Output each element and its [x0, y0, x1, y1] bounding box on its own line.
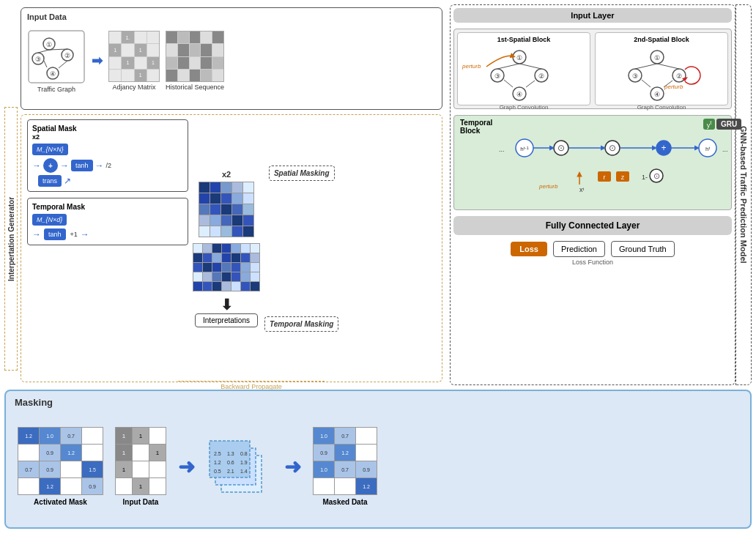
heatmap-center: x2: [193, 119, 260, 377]
svg-line-24: [526, 81, 535, 87]
stacked-matrix-wrap: 2.5 1.3 0.8 1.2 0.6 1.9 0.5 2.1 1.4: [207, 434, 273, 499]
spatial-block-1: 1st-Spatial Block ① ② ③ ④: [457, 32, 590, 105]
loss-function-label: Loss Function: [572, 259, 613, 266]
svg-text:2.1: 2.1: [227, 469, 234, 474]
svg-text:1.4: 1.4: [240, 469, 248, 474]
temporal-block-title: Temporal Block: [460, 119, 492, 135]
tanh2-button: tanh: [44, 228, 66, 240]
svg-text:②: ②: [538, 73, 544, 80]
interp-inner: Spatial Mask x2 M_{N×N} →: [27, 119, 436, 377]
loss-box: Loss: [511, 242, 547, 256]
spatial-mask-block: Spatial Mask x2 M_{N×N} →: [27, 119, 188, 192]
svg-text:1.3: 1.3: [227, 451, 234, 456]
svg-text:2.5: 2.5: [214, 451, 221, 456]
masked-data-wrap: 1.0 0.7 0.9 1.2 1.0 0.7 0.9 1.2 Masked D…: [313, 427, 377, 506]
temporal-block-box: Temporal Block GRU yt: [453, 115, 732, 210]
svg-line-36: [642, 80, 651, 87]
adj-matrix-grid: 1. 1 1 1 1: [108, 31, 160, 82]
loss-row: Loss Prediction Ground Truth: [511, 241, 674, 257]
svg-text:1.9: 1.9: [240, 460, 248, 465]
svg-line-23: [504, 80, 513, 87]
svg-text:0.6: 0.6: [227, 460, 234, 465]
main-container: Interpertation Generator Input Data ①: [4, 4, 752, 535]
spatial-heatmap: [199, 182, 254, 237]
svg-text:④: ④: [50, 70, 56, 78]
svg-text:⊙: ⊙: [653, 171, 660, 180]
svg-text:④: ④: [654, 91, 660, 98]
spatial-block-2-svg: ① ② ③ ④ perturb: [598, 46, 716, 101]
spatial-flow-row: → + → tanh → /2 trans: [32, 158, 183, 187]
left-content: Input Data ① ② ③: [18, 4, 445, 385]
activated-mask-label: Activated Mask: [34, 498, 87, 506]
svg-line-22: [519, 64, 541, 69]
masking-labels: Spatial Masking Temporal Masking: [264, 119, 338, 377]
masking-arrow-1: ➜: [178, 455, 195, 479]
svg-text:z: z: [621, 174, 625, 181]
hist-seq-grid: [166, 31, 224, 82]
interp-left: Spatial Mask x2 M_{N×N} →: [27, 119, 188, 377]
plus-button: +: [43, 158, 58, 173]
input-data-inner: ① ② ③ ④ Traff: [27, 24, 436, 97]
svg-text:②: ②: [64, 52, 70, 59]
svg-text:①: ①: [654, 54, 660, 62]
spatial-formula: M_{N×N}: [32, 144, 68, 155]
temporal-flow-row: → tanh +1 →: [32, 228, 183, 240]
gnn-model-box: Input Layer 1st-Spatial Block ① ②: [450, 4, 735, 385]
temporal-formula-row: M_{N×d}: [32, 214, 183, 226]
loss-section: Loss Prediction Ground Truth Loss Functi…: [453, 241, 732, 266]
svg-text:1-: 1-: [642, 174, 648, 181]
yt-box: yt: [703, 119, 716, 130]
svg-text:③: ③: [35, 56, 41, 63]
hist-seq-wrap: Historical Sequence: [166, 31, 224, 91]
fc-layer-box: Fully Connected Layer: [453, 216, 732, 235]
top-section: Interpertation Generator Input Data ①: [4, 4, 752, 385]
activated-mask-wrap: 1.2 1.0 0.7 0.9 1.2 0.7 0.9 1.5 1.2 0.9: [18, 427, 103, 506]
input-data-bottom-wrap: 1 1 1 1 1 1 Input Data: [115, 427, 166, 506]
temporal-block-inner: Temporal Block GRU yt: [460, 119, 725, 201]
masked-data-label: Masked Data: [322, 498, 367, 506]
svg-text:...: ...: [499, 146, 505, 153]
svg-text:0.8: 0.8: [240, 451, 248, 456]
svg-text:③: ③: [494, 73, 500, 80]
ground-truth-box: Ground Truth: [611, 241, 675, 257]
spatial-block-2-title: 2nd-Spatial Block: [598, 36, 724, 43]
spatial-block-1-svg: ① ② ③ ④ p: [461, 46, 578, 101]
spatial-blocks-row: 1st-Spatial Block ① ② ③ ④: [453, 29, 732, 109]
svg-text:①: ①: [46, 41, 52, 48]
down-arrow-big: ⬇: [220, 297, 233, 312]
temporal-heatmap: [193, 243, 260, 291]
masked-data-grid: 1.0 0.7 0.9 1.2 1.0 0.7 0.9 1.2: [313, 427, 377, 495]
graph-conv-2-label: Graph Convolution: [598, 104, 724, 111]
svg-text:⊙: ⊙: [609, 143, 616, 153]
spatial-block-1-title: 1st-Spatial Block: [461, 36, 587, 43]
temporal-masking-label: Temporal Masking: [264, 316, 338, 332]
gru-svg: ... ht-1 ⊙ ⊙ +: [495, 119, 744, 199]
traffic-graph-label: Traffic Graph: [37, 86, 75, 93]
activated-mask-grid: 1.2 1.0 0.7 0.9 1.2 0.7 0.9 1.5 1.2 0.9: [18, 427, 103, 495]
input-data-title: Input Data: [27, 12, 436, 21]
svg-text:...: ...: [722, 146, 728, 153]
svg-text:⊙: ⊙: [557, 143, 565, 153]
tanh-button: tanh: [71, 160, 93, 171]
svg-text:②: ②: [676, 73, 682, 80]
gru-label-box: GRU: [716, 119, 741, 130]
interp-generator-box: Spatial Mask x2 M_{N×N} →: [21, 114, 442, 382]
trans-button: trans: [38, 175, 62, 187]
svg-text:perturb: perturb: [664, 83, 683, 90]
spatial-flow-bottom: trans ↗: [38, 175, 111, 187]
traffic-graph-svg: ① ② ③ ④: [27, 29, 86, 84]
hist-seq-label: Historical Sequence: [166, 83, 224, 91]
svg-text:①: ①: [516, 54, 522, 62]
spatial-mask-title: Spatial Mask x2: [32, 124, 183, 141]
input-data-bottom-label: Input Data: [123, 498, 159, 506]
interpretations-box: Interpretations: [195, 313, 258, 327]
masking-inner: 1.2 1.0 0.7 0.9 1.2 0.7 0.9 1.5 1.2 0.9: [18, 427, 738, 506]
temporal-mask-block: Temporal Mask M_{N×d} → tanh +1 →: [27, 198, 188, 245]
svg-text:r: r: [604, 174, 606, 181]
temporal-mask-title: Temporal Mask: [32, 203, 183, 211]
svg-text:0.5: 0.5: [214, 469, 221, 474]
input-data-box: Input Data ① ② ③: [21, 7, 442, 110]
svg-text:④: ④: [516, 91, 522, 98]
adj-matrix-wrap: 1. 1 1 1 1: [108, 31, 160, 91]
svg-line-21: [497, 64, 519, 69]
